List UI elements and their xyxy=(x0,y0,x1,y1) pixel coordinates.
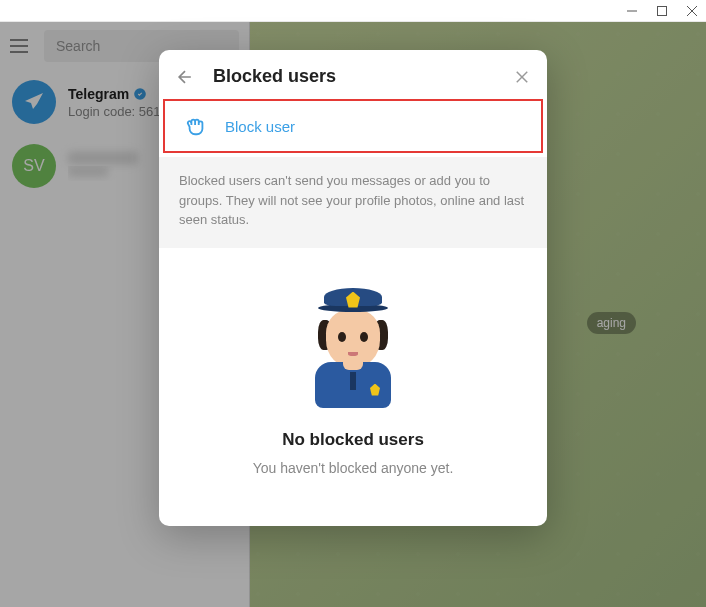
blocked-users-modal: Blocked users Block user Blocked users c… xyxy=(159,50,547,526)
window-close-button[interactable] xyxy=(686,5,698,17)
window-titlebar xyxy=(0,0,706,22)
empty-state-title: No blocked users xyxy=(179,430,527,450)
modal-title: Blocked users xyxy=(213,66,495,87)
block-user-label: Block user xyxy=(225,118,295,135)
empty-state: No blocked users You haven't blocked any… xyxy=(159,248,547,526)
info-text: Blocked users can't send you messages or… xyxy=(179,171,527,230)
maximize-button[interactable] xyxy=(656,5,668,17)
police-officer-illustration xyxy=(298,288,408,408)
empty-state-subtitle: You haven't blocked anyone yet. xyxy=(179,460,527,476)
block-user-button[interactable]: Block user xyxy=(163,99,543,153)
hand-icon xyxy=(185,115,207,137)
close-button[interactable] xyxy=(513,68,531,86)
modal-overlay[interactable]: Blocked users Block user Blocked users c… xyxy=(0,22,706,607)
minimize-button[interactable] xyxy=(626,5,638,17)
svg-rect-1 xyxy=(658,6,667,15)
info-section: Blocked users can't send you messages or… xyxy=(159,157,547,248)
back-button[interactable] xyxy=(175,67,195,87)
